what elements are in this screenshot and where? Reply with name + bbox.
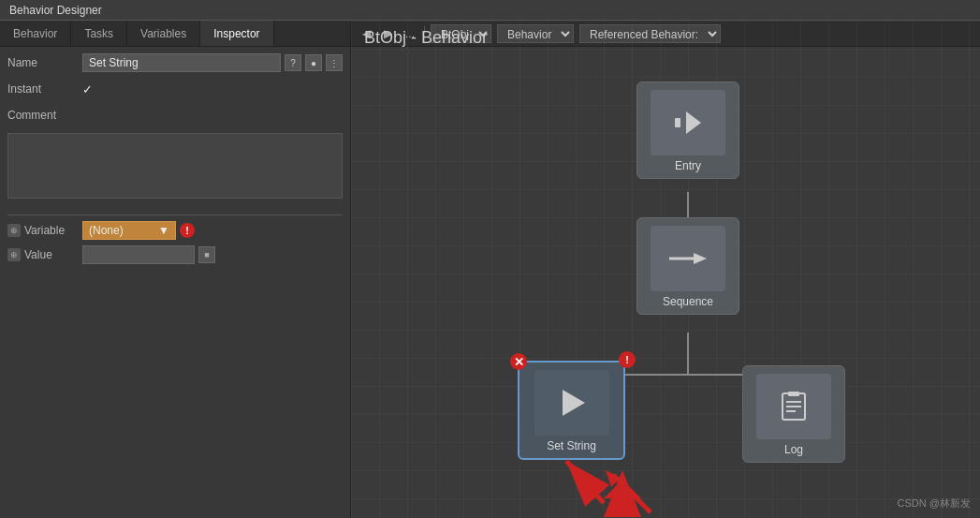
- separator: [7, 215, 343, 215]
- instant-label: Instant: [7, 82, 82, 96]
- comment-row: Comment: [7, 105, 343, 126]
- more-btn[interactable]: ⋮: [326, 54, 343, 71]
- variable-error-badge: !: [180, 223, 195, 238]
- main-layout: Behavior Tasks Variables Inspector Name …: [0, 21, 980, 518]
- inspector-panel: Name ? ● ⋮ Instant ✓ Comment: [0, 47, 350, 518]
- setstring-node-icon: [534, 370, 609, 436]
- instant-value: ✓: [82, 82, 343, 96]
- warning-badge: !: [619, 351, 636, 368]
- svg-marker-6: [686, 111, 701, 134]
- variable-dropdown-value: (None): [89, 224, 124, 237]
- svg-marker-9: [563, 390, 585, 416]
- value-label-text: Value: [24, 248, 52, 261]
- entry-node[interactable]: Entry: [636, 81, 739, 179]
- sequence-node[interactable]: Sequence: [636, 217, 739, 315]
- sequence-node-label: Sequence: [663, 295, 713, 308]
- tab-inspector[interactable]: Inspector: [200, 21, 273, 46]
- entry-node-label: Entry: [675, 159, 701, 172]
- log-node-label: Log: [784, 443, 803, 456]
- value-label-group: ⊕ Value: [7, 248, 82, 261]
- variable-dropdown[interactable]: (None) ▼: [82, 221, 176, 240]
- info-btn[interactable]: ●: [305, 54, 322, 71]
- comment-input[interactable]: [7, 133, 343, 199]
- red-arrow-svg: [548, 447, 622, 512]
- svg-rect-11: [788, 392, 799, 396]
- value-row: ⊕ Value ■: [7, 245, 343, 264]
- log-node[interactable]: Log: [742, 365, 845, 463]
- sequence-node-icon: [651, 226, 725, 291]
- watermark: CSDN @林新发: [898, 496, 971, 511]
- tab-behavior[interactable]: Behavior: [0, 21, 71, 46]
- value-icon: ⊕: [7, 248, 21, 261]
- variable-label-text: Variable: [24, 224, 65, 237]
- name-row: Name ? ● ⋮: [7, 52, 343, 73]
- tab-tasks[interactable]: Tasks: [71, 21, 127, 46]
- title-bar: Behavior Designer: [0, 0, 980, 21]
- comment-label: Comment: [7, 109, 82, 122]
- name-input[interactable]: [82, 53, 281, 72]
- value-input-wrapper: ■: [82, 245, 215, 264]
- value-btn[interactable]: ■: [198, 246, 215, 263]
- canvas-title: BtObj - Behavior: [364, 28, 488, 48]
- variable-dropdown-wrapper: (None) ▼ !: [82, 221, 195, 240]
- app-title: Behavior Designer: [9, 4, 102, 17]
- variable-row: ⊕ Variable (None) ▼ !: [7, 221, 343, 240]
- svg-rect-5: [675, 118, 680, 127]
- left-panel: Behavior Tasks Variables Inspector Name …: [0, 21, 351, 518]
- entry-node-icon: [651, 90, 725, 155]
- setstring-node[interactable]: Set String: [518, 361, 625, 460]
- help-btn[interactable]: ?: [285, 54, 301, 71]
- svg-marker-8: [694, 253, 707, 264]
- svg-line-20: [566, 461, 604, 503]
- instant-row: Instant ✓: [7, 79, 343, 99]
- canvas-area: ◀ ▶ ... BtObj Behavior Referenced Behavi…: [351, 21, 980, 518]
- name-value-group: ? ● ⋮: [82, 53, 343, 72]
- variable-label-group: ⊕ Variable: [7, 224, 82, 237]
- variable-icon: ⊕: [7, 224, 21, 237]
- log-node-icon: [756, 374, 831, 439]
- tab-bar: Behavior Tasks Variables Inspector: [0, 21, 350, 47]
- instant-checkmark: ✓: [82, 82, 93, 96]
- cancel-badge: ✕: [510, 353, 527, 370]
- name-label: Name: [7, 56, 82, 69]
- tab-variables[interactable]: Variables: [127, 21, 200, 46]
- value-input[interactable]: [82, 245, 195, 264]
- dropdown-arrow-icon: ▼: [158, 224, 169, 237]
